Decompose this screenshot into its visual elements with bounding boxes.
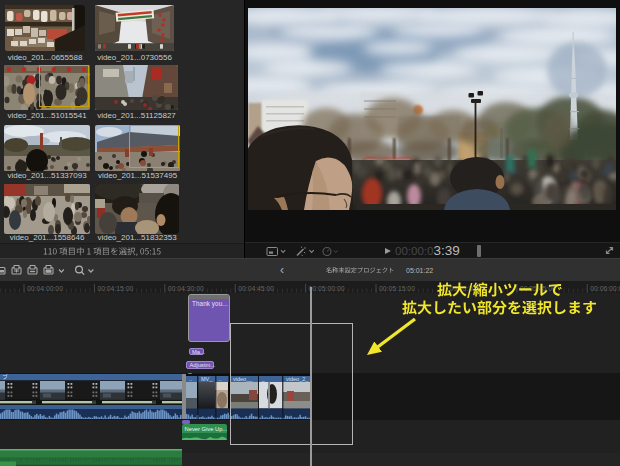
svg-text:00:04:15:00: 00:04:15:00 bbox=[97, 285, 133, 292]
svg-text:00:05:15:00: 00:05:15:00 bbox=[379, 285, 415, 292]
svg-text:00:05:00:00: 00:05:00:00 bbox=[309, 285, 345, 292]
svg-text:00:04:30:00: 00:04:30:00 bbox=[168, 285, 204, 292]
svg-text:00:04:00:00: 00:04:00:00 bbox=[27, 285, 63, 292]
svg-text:..: .. bbox=[189, 376, 193, 382]
svg-text:00:04:45:00: 00:04:45:00 bbox=[238, 285, 274, 292]
svg-text:..: .. bbox=[219, 376, 223, 382]
svg-text:Never Give Up...: Never Give Up... bbox=[185, 426, 228, 432]
svg-text:00:06:00:00: 00:06:00:00 bbox=[590, 285, 620, 292]
svg-text:MV_: MV_ bbox=[201, 376, 213, 382]
